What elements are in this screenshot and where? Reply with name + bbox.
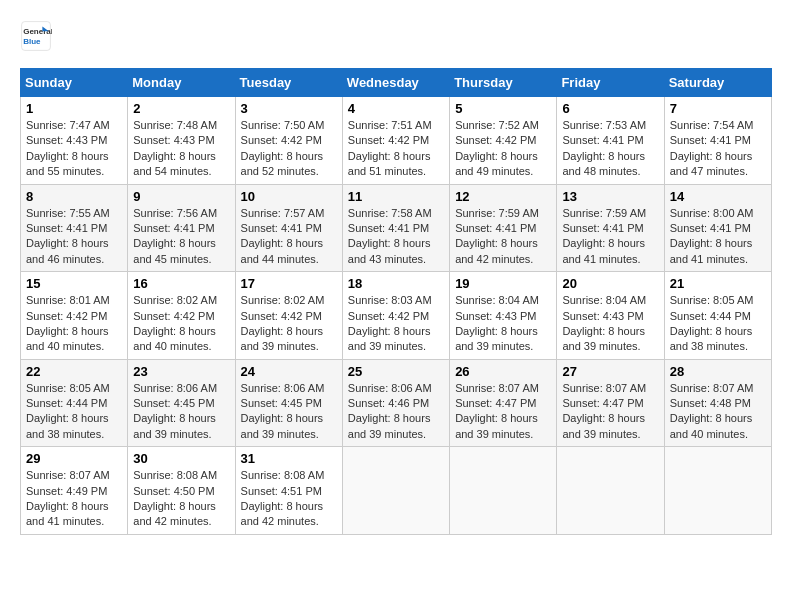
day-info: Sunrise: 7:54 AM Sunset: 4:41 PM Dayligh… — [670, 118, 766, 180]
calendar-day-cell — [450, 447, 557, 535]
daylight-label: Daylight: 8 hours and 39 minutes. — [241, 325, 324, 352]
day-number: 30 — [133, 451, 229, 466]
daylight-label: Daylight: 8 hours and 38 minutes. — [26, 412, 109, 439]
calendar-day-cell: 21 Sunrise: 8:05 AM Sunset: 4:44 PM Dayl… — [664, 272, 771, 360]
day-number: 7 — [670, 101, 766, 116]
sunset-label: Sunset: 4:42 PM — [133, 310, 214, 322]
calendar-day-cell: 6 Sunrise: 7:53 AM Sunset: 4:41 PM Dayli… — [557, 97, 664, 185]
sunset-label: Sunset: 4:47 PM — [455, 397, 536, 409]
day-number: 4 — [348, 101, 444, 116]
sunrise-label: Sunrise: 8:01 AM — [26, 294, 110, 306]
sunset-label: Sunset: 4:44 PM — [26, 397, 107, 409]
day-info: Sunrise: 8:07 AM Sunset: 4:48 PM Dayligh… — [670, 381, 766, 443]
calendar-day-cell: 18 Sunrise: 8:03 AM Sunset: 4:42 PM Dayl… — [342, 272, 449, 360]
weekday-header-saturday: Saturday — [664, 69, 771, 97]
day-info: Sunrise: 8:01 AM Sunset: 4:42 PM Dayligh… — [26, 293, 122, 355]
weekday-header-tuesday: Tuesday — [235, 69, 342, 97]
day-number: 19 — [455, 276, 551, 291]
daylight-label: Daylight: 8 hours and 52 minutes. — [241, 150, 324, 177]
sunset-label: Sunset: 4:41 PM — [348, 222, 429, 234]
sunrise-label: Sunrise: 7:51 AM — [348, 119, 432, 131]
day-info: Sunrise: 8:08 AM Sunset: 4:51 PM Dayligh… — [241, 468, 337, 530]
day-info: Sunrise: 8:02 AM Sunset: 4:42 PM Dayligh… — [241, 293, 337, 355]
day-info: Sunrise: 7:53 AM Sunset: 4:41 PM Dayligh… — [562, 118, 658, 180]
weekday-header-wednesday: Wednesday — [342, 69, 449, 97]
sunrise-label: Sunrise: 8:02 AM — [133, 294, 217, 306]
daylight-label: Daylight: 8 hours and 38 minutes. — [670, 325, 753, 352]
sunrise-label: Sunrise: 8:07 AM — [26, 469, 110, 481]
day-number: 8 — [26, 189, 122, 204]
day-number: 17 — [241, 276, 337, 291]
sunset-label: Sunset: 4:42 PM — [348, 134, 429, 146]
calendar-day-cell: 10 Sunrise: 7:57 AM Sunset: 4:41 PM Dayl… — [235, 184, 342, 272]
day-number: 10 — [241, 189, 337, 204]
daylight-label: Daylight: 8 hours and 51 minutes. — [348, 150, 431, 177]
sunrise-label: Sunrise: 7:56 AM — [133, 207, 217, 219]
day-number: 2 — [133, 101, 229, 116]
logo-icon: General Blue — [20, 20, 52, 52]
day-number: 29 — [26, 451, 122, 466]
sunset-label: Sunset: 4:47 PM — [562, 397, 643, 409]
day-number: 13 — [562, 189, 658, 204]
day-info: Sunrise: 8:04 AM Sunset: 4:43 PM Dayligh… — [562, 293, 658, 355]
sunset-label: Sunset: 4:44 PM — [670, 310, 751, 322]
logo: General Blue — [20, 20, 52, 52]
sunrise-label: Sunrise: 8:02 AM — [241, 294, 325, 306]
calendar-table: SundayMondayTuesdayWednesdayThursdayFrid… — [20, 68, 772, 535]
day-number: 14 — [670, 189, 766, 204]
sunrise-label: Sunrise: 8:07 AM — [670, 382, 754, 394]
sunrise-label: Sunrise: 7:48 AM — [133, 119, 217, 131]
day-info: Sunrise: 8:06 AM Sunset: 4:45 PM Dayligh… — [241, 381, 337, 443]
day-info: Sunrise: 7:59 AM Sunset: 4:41 PM Dayligh… — [455, 206, 551, 268]
daylight-label: Daylight: 8 hours and 40 minutes. — [670, 412, 753, 439]
sunrise-label: Sunrise: 7:53 AM — [562, 119, 646, 131]
sunset-label: Sunset: 4:43 PM — [26, 134, 107, 146]
daylight-label: Daylight: 8 hours and 39 minutes. — [455, 325, 538, 352]
sunset-label: Sunset: 4:45 PM — [133, 397, 214, 409]
day-number: 18 — [348, 276, 444, 291]
day-info: Sunrise: 7:56 AM Sunset: 4:41 PM Dayligh… — [133, 206, 229, 268]
day-info: Sunrise: 8:08 AM Sunset: 4:50 PM Dayligh… — [133, 468, 229, 530]
calendar-day-cell: 28 Sunrise: 8:07 AM Sunset: 4:48 PM Dayl… — [664, 359, 771, 447]
calendar-week-row: 1 Sunrise: 7:47 AM Sunset: 4:43 PM Dayli… — [21, 97, 772, 185]
daylight-label: Daylight: 8 hours and 39 minutes. — [562, 325, 645, 352]
sunset-label: Sunset: 4:42 PM — [26, 310, 107, 322]
calendar-day-cell: 13 Sunrise: 7:59 AM Sunset: 4:41 PM Dayl… — [557, 184, 664, 272]
calendar-day-cell: 24 Sunrise: 8:06 AM Sunset: 4:45 PM Dayl… — [235, 359, 342, 447]
calendar-day-cell: 31 Sunrise: 8:08 AM Sunset: 4:51 PM Dayl… — [235, 447, 342, 535]
day-number: 31 — [241, 451, 337, 466]
svg-text:General: General — [23, 27, 52, 36]
day-info: Sunrise: 7:55 AM Sunset: 4:41 PM Dayligh… — [26, 206, 122, 268]
weekday-header-thursday: Thursday — [450, 69, 557, 97]
daylight-label: Daylight: 8 hours and 43 minutes. — [348, 237, 431, 264]
daylight-label: Daylight: 8 hours and 42 minutes. — [241, 500, 324, 527]
day-number: 5 — [455, 101, 551, 116]
day-info: Sunrise: 7:50 AM Sunset: 4:42 PM Dayligh… — [241, 118, 337, 180]
calendar-day-cell: 29 Sunrise: 8:07 AM Sunset: 4:49 PM Dayl… — [21, 447, 128, 535]
calendar-day-cell: 20 Sunrise: 8:04 AM Sunset: 4:43 PM Dayl… — [557, 272, 664, 360]
calendar-day-cell — [342, 447, 449, 535]
sunset-label: Sunset: 4:50 PM — [133, 485, 214, 497]
calendar-day-cell — [557, 447, 664, 535]
weekday-header-friday: Friday — [557, 69, 664, 97]
sunrise-label: Sunrise: 8:03 AM — [348, 294, 432, 306]
daylight-label: Daylight: 8 hours and 39 minutes. — [241, 412, 324, 439]
page-header: General Blue — [20, 20, 772, 52]
day-number: 12 — [455, 189, 551, 204]
calendar-day-cell: 19 Sunrise: 8:04 AM Sunset: 4:43 PM Dayl… — [450, 272, 557, 360]
daylight-label: Daylight: 8 hours and 44 minutes. — [241, 237, 324, 264]
daylight-label: Daylight: 8 hours and 49 minutes. — [455, 150, 538, 177]
day-number: 6 — [562, 101, 658, 116]
sunrise-label: Sunrise: 7:47 AM — [26, 119, 110, 131]
day-info: Sunrise: 8:07 AM Sunset: 4:47 PM Dayligh… — [455, 381, 551, 443]
sunset-label: Sunset: 4:42 PM — [348, 310, 429, 322]
day-number: 9 — [133, 189, 229, 204]
sunset-label: Sunset: 4:45 PM — [241, 397, 322, 409]
sunset-label: Sunset: 4:51 PM — [241, 485, 322, 497]
day-info: Sunrise: 7:57 AM Sunset: 4:41 PM Dayligh… — [241, 206, 337, 268]
calendar-day-cell: 25 Sunrise: 8:06 AM Sunset: 4:46 PM Dayl… — [342, 359, 449, 447]
day-info: Sunrise: 8:03 AM Sunset: 4:42 PM Dayligh… — [348, 293, 444, 355]
sunset-label: Sunset: 4:48 PM — [670, 397, 751, 409]
calendar-day-cell: 7 Sunrise: 7:54 AM Sunset: 4:41 PM Dayli… — [664, 97, 771, 185]
sunrise-label: Sunrise: 8:07 AM — [455, 382, 539, 394]
